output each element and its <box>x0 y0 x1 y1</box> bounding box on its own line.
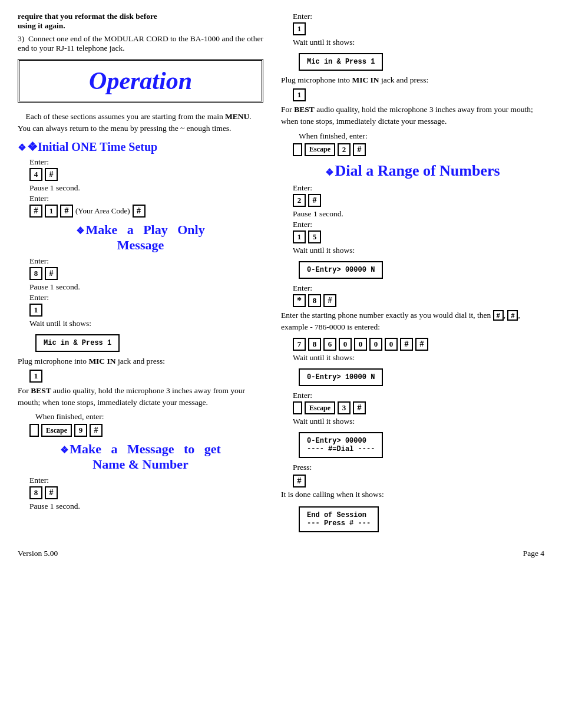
key-pound-r1: # <box>353 143 366 156</box>
key-4: 4 <box>29 168 42 181</box>
keys-row-6: 8 # <box>29 486 263 499</box>
done-text: It is done calling when it shows: <box>281 490 544 499</box>
screen-entry-1: 0-Entry> 00000 N <box>299 261 383 279</box>
keys-row-3: 8 # <box>29 267 263 280</box>
keys-row-d2: 1 5 <box>293 230 544 243</box>
pause-3: Pause 1 second. <box>29 502 263 511</box>
key-pound-1: # <box>45 168 58 181</box>
escape-key-d1: Escape <box>305 401 335 414</box>
section-play-only: ❖Make a Play OnlyMessage Enter: 8 # Paus… <box>18 222 263 437</box>
escape-row-d1: Escape 3 # <box>293 401 544 414</box>
best-text-r1: For BEST audio quality, hold the microph… <box>281 104 544 128</box>
keys-row-d5: # <box>293 475 544 487</box>
enter-label-d3: Enter: <box>293 284 544 293</box>
key-8b: 8 <box>29 486 42 499</box>
key-pound-5: # <box>45 267 58 280</box>
screen-mic-press-1: Mic in & Press 1 <box>35 334 120 352</box>
key-d-3: 3 <box>338 401 351 414</box>
keys-row-r1: 1 <box>293 22 544 35</box>
enter-label-5: Enter: <box>29 476 263 485</box>
wait-text-r1: Wait until it shows: <box>293 38 544 47</box>
footer-version: Version 5.00 <box>18 549 58 558</box>
pause-d1: Pause 1 second. <box>293 209 544 219</box>
key-r-1b: 1 <box>293 88 306 101</box>
key-pound-d2: # <box>323 294 336 307</box>
key-pound-2: # <box>29 205 42 218</box>
key-d-2: 2 <box>293 194 306 207</box>
key-0d: 0 <box>385 338 398 351</box>
key-pound-d5: # <box>353 401 366 414</box>
keys-row-d1: 2 # <box>293 194 544 207</box>
intro-item3: 3) Connect one end of the MODULAR CORD t… <box>18 34 263 53</box>
play-only-heading: ❖Make a Play OnlyMessage <box>18 222 263 253</box>
key-6: 6 <box>323 338 336 351</box>
body-intro: Each of these sections assumes you are s… <box>18 111 263 135</box>
intro-bold-text: require that you reformat the disk befor… <box>18 12 263 31</box>
escape-row-1: Escape 9 # <box>29 424 263 437</box>
plug-text-r1: Plug microphone into MIC IN jack and pre… <box>281 75 544 85</box>
initial-setup-heading: ❖❖Initial ONE Time Setup <box>18 140 263 154</box>
enter-label-d4: Enter: <box>293 391 544 400</box>
section-dial-range: ❖Dial a Range of Numbers Enter: 2 # Paus… <box>281 162 544 538</box>
screen-entry-2: 0-Entry> 10000 N <box>299 368 383 386</box>
enter-label-r1: Enter: <box>293 12 544 21</box>
dial-range-heading: ❖Dial a Range of Numbers <box>281 162 544 180</box>
enter-label-2: Enter: <box>29 194 263 203</box>
key-pound-d6: # <box>293 475 306 487</box>
footer-page: Page 4 <box>523 549 544 558</box>
enter-label-4: Enter: <box>29 293 263 302</box>
section-initial-setup: ❖❖Initial ONE Time Setup Enter: 4 # Paus… <box>18 140 263 218</box>
plug-text-1: Plug microphone into MIC IN jack and pre… <box>18 357 263 366</box>
name-number-heading: ❖Make a Message to getName & Number <box>18 442 263 472</box>
key-1a: 1 <box>45 205 58 218</box>
screen-mic-press-r1: Mic in & Press 1 <box>299 53 383 71</box>
key-r-2: 2 <box>338 143 351 156</box>
key-d-5: 5 <box>308 230 321 243</box>
escape-square-d1 <box>293 401 302 414</box>
escape-square-r1 <box>293 143 302 156</box>
key-1b: 1 <box>29 304 42 317</box>
key-9: 9 <box>74 424 87 437</box>
finished-text-r1: When finished, enter: <box>299 131 544 141</box>
wait-text-1: Wait until it shows: <box>29 319 263 328</box>
keys-row-5: 1 <box>29 370 263 383</box>
key-star: * <box>293 294 306 307</box>
enter-label-3: Enter: <box>29 256 263 266</box>
section-name-number: ❖Make a Message to getName & Number Ente… <box>18 442 263 511</box>
escape-square-1 <box>29 424 39 437</box>
right-top: Enter: 1 Wait until it shows: Mic in & P… <box>281 12 544 156</box>
key-0a: 0 <box>339 338 352 351</box>
key-r-1a: 1 <box>293 22 306 35</box>
key-d-8: 8 <box>308 294 321 307</box>
enter-label-1: Enter: <box>29 157 263 167</box>
operation-box: Operation <box>18 59 263 103</box>
enter-label-d1: Enter: <box>293 183 544 193</box>
keys-row-d4: 7 8 6 0 0 0 0 # # <box>293 338 544 351</box>
keys-row-1: 4 # <box>29 168 263 181</box>
press-text-d1: Press: <box>293 463 544 472</box>
screen-entry-3: 0-Entry> 00000---- #=Dial ---- <box>299 432 383 458</box>
key-8c: 8 <box>308 338 321 351</box>
escape-key-r1: Escape <box>305 143 335 156</box>
finished-text-1: When finished, enter: <box>35 412 263 421</box>
key-pound-3: # <box>60 205 73 218</box>
escape-key-1: Escape <box>41 424 72 437</box>
key-pound-d3: # <box>400 338 413 351</box>
key-8a: 8 <box>29 267 42 280</box>
key-1c: 1 <box>29 370 42 383</box>
wait-text-d3: Wait until it shows: <box>293 417 544 426</box>
left-column: require that you reformat the disk befor… <box>18 12 275 537</box>
keys-row-2: # 1 # (Your Area Code) # <box>29 205 263 218</box>
dial-text-1: Enter the starting phone number exactly … <box>281 309 544 334</box>
key-pound-6: # <box>90 424 103 437</box>
pause-2: Pause 1 second. <box>29 282 263 292</box>
right-column: Enter: 1 Wait until it shows: Mic in & P… <box>275 12 544 537</box>
key-0c: 0 <box>369 338 382 351</box>
operation-title: Operation <box>89 67 192 94</box>
keys-row-4: 1 <box>29 304 263 317</box>
enter-label-d2: Enter: <box>293 220 544 229</box>
wait-text-d1: Wait until it shows: <box>293 246 544 255</box>
key-pound-4: # <box>133 205 146 218</box>
pause-1: Pause 1 second. <box>29 183 263 193</box>
footer: Version 5.00 Page 4 <box>18 549 544 558</box>
